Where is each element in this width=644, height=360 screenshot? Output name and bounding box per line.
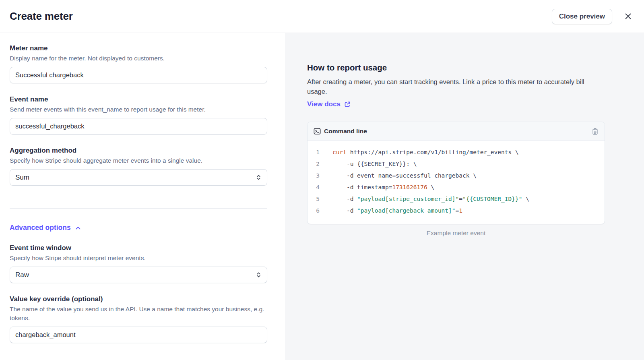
close-preview-button[interactable]: Close preview <box>552 9 612 24</box>
code-line: 6 -d "payload[chargeback_amount]"=1 <box>308 205 605 217</box>
code-text: -d timestamp=1731626176 \ <box>320 182 434 193</box>
create-meter-form: Meter name Display name for the meter. N… <box>0 33 285 360</box>
line-number: 5 <box>308 193 320 205</box>
aggregation-method-label: Aggregation method <box>10 147 267 155</box>
copy-code-button[interactable] <box>592 128 599 135</box>
close-icon <box>624 12 632 20</box>
meter-name-input[interactable] <box>10 67 267 83</box>
value-key-override-field: Value key override (optional) The name o… <box>10 295 267 343</box>
terminal-icon <box>314 128 321 135</box>
aggregation-method-select[interactable]: Sum <box>10 169 267 186</box>
header: Create meter Close preview <box>0 0 644 33</box>
chevron-up-down-icon <box>256 272 262 278</box>
code-caption: Example meter event <box>307 230 605 237</box>
aggregation-method-help: Specify how Stripe should aggregate mete… <box>10 156 267 165</box>
meter-name-help: Display name for the meter. Not displaye… <box>10 54 267 63</box>
external-link-icon <box>344 101 351 108</box>
meter-name-label: Meter name <box>10 44 267 52</box>
event-time-window-value: Raw <box>15 271 29 279</box>
clipboard-icon <box>592 128 599 135</box>
usage-preview-panel: How to report usage After creating a met… <box>285 33 644 360</box>
line-number: 4 <box>308 182 320 193</box>
code-lines: 1curl https://api.stripe.com/v1/billing/… <box>308 141 605 224</box>
line-number: 1 <box>308 147 320 158</box>
event-time-window-select[interactable]: Raw <box>10 267 267 283</box>
event-time-window-label: Event time window <box>10 244 267 252</box>
chevron-up-icon <box>75 225 81 231</box>
aggregation-method-value: Sum <box>15 174 29 182</box>
line-number: 2 <box>308 158 320 170</box>
value-key-override-label: Value key override (optional) <box>10 295 267 303</box>
line-number: 6 <box>308 205 320 217</box>
command-line-label: Command line <box>324 128 592 135</box>
page-title: Create meter <box>10 10 73 23</box>
code-line: 1curl https://api.stripe.com/v1/billing/… <box>308 147 605 158</box>
close-button[interactable] <box>624 12 632 20</box>
chevron-up-down-icon <box>256 174 262 180</box>
line-number: 3 <box>308 170 320 182</box>
event-name-help: Send meter events with this event_name t… <box>10 105 267 114</box>
code-line: 2 -u {{SECRET_KEY}}: \ <box>308 158 605 170</box>
event-name-input[interactable] <box>10 118 267 134</box>
panel-description: After creating a meter, you can start tr… <box>307 77 605 96</box>
meter-name-field: Meter name Display name for the meter. N… <box>10 44 267 83</box>
value-key-override-help: The name of the value you send us in the… <box>10 305 267 323</box>
command-line-card-header: Command line <box>308 122 605 141</box>
code-text: curl https://api.stripe.com/v1/billing/m… <box>320 147 519 158</box>
panel-title: How to report usage <box>307 63 644 72</box>
code-text: -u {{SECRET_KEY}}: \ <box>320 158 417 170</box>
code-text: -d "payload[stripe_customer_id]"="{{CUST… <box>320 193 529 205</box>
event-time-window-help: Specify how Stripe should interpret mete… <box>10 254 267 263</box>
event-time-window-field: Event time window Specify how Stripe sho… <box>10 244 267 283</box>
code-text: -d event_name=successful_chargeback \ <box>320 170 477 182</box>
code-line: 5 -d "payload[stripe_customer_id]"="{{CU… <box>308 193 605 205</box>
event-name-field: Event name Send meter events with this e… <box>10 95 267 134</box>
advanced-options-toggle[interactable]: Advanced options <box>10 223 81 232</box>
view-docs-label: View docs <box>307 100 341 108</box>
code-line: 4 -d timestamp=1731626176 \ <box>308 182 605 193</box>
aggregation-method-field: Aggregation method Specify how Stripe sh… <box>10 147 267 186</box>
code-text: -d "payload[chargeback_amount]"=1 <box>320 205 462 217</box>
section-divider <box>10 208 267 209</box>
code-line: 3 -d event_name=successful_chargeback \ <box>308 170 605 182</box>
header-actions: Close preview <box>552 9 632 24</box>
command-line-card: Command line 1curl https://api.stripe.co… <box>307 122 605 224</box>
value-key-override-input[interactable] <box>10 327 267 343</box>
main-content: Meter name Display name for the meter. N… <box>0 33 644 360</box>
view-docs-link[interactable]: View docs <box>307 100 351 108</box>
event-name-label: Event name <box>10 95 267 103</box>
advanced-options-label: Advanced options <box>10 223 71 232</box>
